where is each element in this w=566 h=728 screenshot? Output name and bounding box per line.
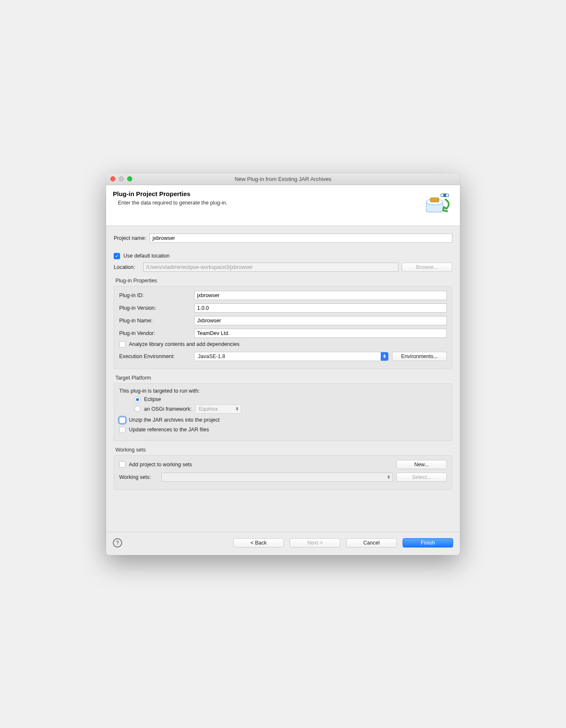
plugin-id-input[interactable] bbox=[194, 291, 447, 300]
osgi-framework-select: Equinox bbox=[195, 404, 241, 414]
radio-empty-icon bbox=[134, 406, 141, 412]
browse-button: Browse... bbox=[402, 263, 452, 272]
finish-button[interactable]: Finish bbox=[403, 538, 453, 547]
page-subtitle: Enter the data required to generate the … bbox=[113, 200, 423, 206]
maximize-icon[interactable] bbox=[127, 176, 132, 181]
updown-icon bbox=[381, 352, 388, 361]
analyze-dependencies-checkbox[interactable]: Analyze library contents and add depende… bbox=[119, 341, 447, 348]
location-label: Location: bbox=[114, 264, 140, 270]
svg-point-5 bbox=[441, 194, 443, 197]
add-to-working-sets-label: Add project to working sets bbox=[129, 462, 192, 468]
working-sets-group: Add project to working sets New... Worki… bbox=[114, 455, 452, 490]
close-icon[interactable] bbox=[110, 176, 115, 181]
svg-rect-3 bbox=[430, 198, 439, 202]
plugin-version-label: Plug-in Version: bbox=[119, 305, 191, 311]
target-osgi-radio[interactable]: an OSGi framework: Equinox bbox=[134, 404, 447, 414]
cancel-button[interactable]: Cancel bbox=[346, 538, 397, 547]
plugin-version-input[interactable] bbox=[194, 303, 447, 313]
execution-env-value: JavaSE-1.8 bbox=[198, 353, 225, 359]
plugin-name-label: Plug-in Name: bbox=[119, 318, 191, 324]
wizard-window: New Plug-in from Existing JAR Archives P… bbox=[106, 173, 460, 555]
radio-checked-icon bbox=[134, 396, 141, 403]
target-eclipse-radio[interactable]: Eclipse bbox=[134, 396, 447, 403]
titlebar: New Plug-in from Existing JAR Archives bbox=[106, 173, 460, 185]
execution-env-label: Execution Environment: bbox=[119, 353, 191, 359]
project-name-label: Project name: bbox=[114, 235, 146, 241]
update-refs-label: Update references to the JAR files bbox=[129, 427, 209, 433]
target-platform-group: This plug-in is targeted to run with: Ec… bbox=[114, 383, 452, 441]
update-refs-checkbox[interactable]: Update references to the JAR files bbox=[119, 427, 447, 433]
plugin-id-label: Plug-in ID: bbox=[119, 292, 191, 298]
updown-icon bbox=[385, 473, 392, 481]
unzip-jars-label: Unzip the JAR archives into the project bbox=[129, 417, 219, 423]
unzip-jars-checkbox[interactable]: Unzip the JAR archives into the project bbox=[119, 417, 447, 423]
plugin-name-input[interactable] bbox=[194, 316, 447, 325]
new-working-set-button[interactable]: New... bbox=[396, 460, 447, 469]
execution-env-select[interactable]: JavaSE-1.8 bbox=[194, 352, 389, 361]
checkbox-empty-icon bbox=[119, 427, 125, 433]
checkbox-focused-icon bbox=[119, 417, 125, 423]
updown-icon bbox=[233, 405, 241, 413]
window-controls bbox=[110, 176, 132, 181]
page-title: Plug-in Project Properties bbox=[113, 190, 423, 197]
working-sets-title: Working sets bbox=[115, 447, 452, 453]
help-icon[interactable]: ? bbox=[113, 538, 122, 547]
wizard-header: Plug-in Project Properties Enter the dat… bbox=[106, 185, 460, 226]
analyze-dependencies-label: Analyze library contents and add depende… bbox=[129, 341, 240, 347]
plugin-properties-title: Plug-in Properties bbox=[115, 278, 452, 284]
environments-button[interactable]: Environments... bbox=[392, 352, 447, 361]
target-osgi-label: an OSGi framework: bbox=[144, 406, 192, 412]
wizard-footer: ? < Back Next > Cancel Finish bbox=[106, 532, 460, 555]
project-name-input[interactable] bbox=[150, 234, 452, 243]
use-default-location-label: Use default location bbox=[123, 253, 170, 259]
back-button[interactable]: < Back bbox=[233, 538, 284, 547]
plugin-vendor-label: Plug-in Vendor: bbox=[119, 330, 191, 336]
add-to-working-sets-checkbox[interactable]: Add project to working sets bbox=[119, 461, 192, 468]
plugin-vendor-input[interactable] bbox=[194, 329, 447, 338]
working-sets-select bbox=[161, 473, 393, 482]
plugin-properties-group: Plug-in ID: Plug-in Version: Plug-in Nam… bbox=[114, 286, 452, 369]
target-eclipse-label: Eclipse bbox=[144, 396, 161, 402]
target-intro: This plug-in is targeted to run with: bbox=[119, 388, 447, 394]
wizard-body: Project name: ✓ Use default location Loc… bbox=[106, 226, 460, 532]
checkmark-icon: ✓ bbox=[114, 253, 120, 259]
select-working-set-button: Select... bbox=[396, 473, 447, 482]
osgi-framework-value: Equinox bbox=[199, 406, 218, 412]
wizard-jar-icon bbox=[423, 190, 453, 221]
window-title: New Plug-in from Existing JAR Archives bbox=[106, 176, 460, 182]
next-button: Next > bbox=[290, 538, 340, 547]
target-platform-title: Target Platform bbox=[115, 375, 452, 381]
use-default-location-checkbox[interactable]: ✓ Use default location bbox=[114, 253, 452, 259]
location-input bbox=[143, 263, 398, 272]
checkbox-empty-icon bbox=[119, 341, 125, 348]
checkbox-empty-icon bbox=[119, 461, 125, 468]
minimize-icon bbox=[119, 176, 124, 181]
svg-point-6 bbox=[446, 194, 449, 197]
working-sets-label: Working sets: bbox=[119, 474, 158, 480]
